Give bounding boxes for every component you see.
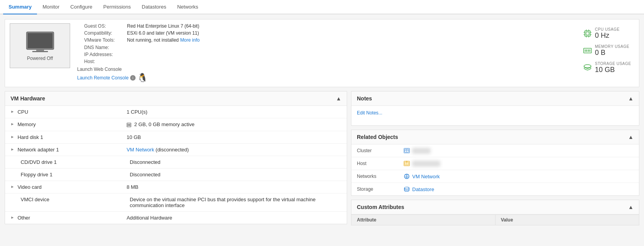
vm-hardware-card: VM Hardware ▲ ► CPU 1 CPU(s) ► Memory — [5, 91, 347, 224]
related-objects-title: Related Objects — [357, 134, 398, 140]
custom-attributes-title: Custom Attributes — [357, 204, 404, 210]
custom-attributes-collapse-icon[interactable]: ▲ — [628, 204, 633, 210]
vm-hardware-header: VM Hardware ▲ — [5, 91, 347, 106]
custom-attributes-card: Custom Attributes ▲ Attribute Value — [351, 200, 639, 225]
hw-row-network-adapter: ► Network adapter 1 VM Network (disconne… — [5, 144, 347, 156]
host-value-ro[interactable]: ! — [404, 160, 440, 167]
memory-usage-icon — [583, 46, 592, 55]
storage-label-ro: Storage — [357, 186, 404, 192]
memory-expand-icon[interactable]: ► — [11, 121, 14, 126]
svg-rect-20 — [127, 123, 131, 127]
ip-addresses-label: IP Addresses: — [84, 52, 127, 57]
tab-networks[interactable]: Networks — [172, 0, 204, 14]
svg-rect-4 — [585, 31, 590, 36]
tab-summary[interactable]: Summary — [3, 0, 37, 14]
other-value: Additional Hardware — [127, 215, 341, 221]
guest-os-label: Guest OS: — [84, 23, 127, 29]
related-objects-collapse-icon[interactable]: ▲ — [628, 134, 633, 140]
guest-os-value: Red Hat Enterprise Linux 7 (64-bit) — [127, 23, 199, 29]
storage-usage-item: STORAGE USAGE 10 GB — [583, 62, 631, 74]
notes-collapse-icon[interactable]: ▲ — [628, 95, 633, 102]
host-label-ro: Host — [357, 161, 404, 166]
vm-summary-panel: Powered Off Guest OS: Red Hat Enterprise… — [5, 19, 639, 87]
vm-network-link[interactable]: VM Network — [127, 147, 154, 153]
tab-bar: Summary Monitor Configure Permissions Da… — [0, 0, 644, 14]
info-icon[interactable]: i — [130, 75, 136, 81]
svg-rect-1 — [28, 33, 53, 48]
floppy-label: Floppy drive 1 — [21, 172, 130, 177]
tab-monitor[interactable]: Monitor — [37, 0, 65, 14]
harddisk-label: Hard disk 1 — [18, 134, 127, 140]
related-objects-body: Cluster — [351, 144, 639, 195]
network-adapter-expand-icon[interactable]: ► — [11, 147, 14, 151]
related-objects-header: Related Objects ▲ — [351, 130, 639, 144]
storage-usage-value: 10 GB — [595, 66, 631, 74]
tab-permissions[interactable]: Permissions — [98, 0, 136, 14]
vm-screen-icon — [25, 31, 56, 54]
videocard-expand-icon[interactable]: ► — [11, 184, 14, 189]
networks-name: VM Network — [412, 174, 440, 179]
svg-rect-2 — [36, 49, 44, 51]
harddisk-expand-icon[interactable]: ► — [11, 134, 14, 139]
value-col-header: Value — [496, 215, 639, 225]
edit-notes-link[interactable]: Edit Notes... — [357, 110, 382, 116]
custom-attributes-header: Custom Attributes ▲ — [351, 200, 639, 214]
custom-attributes-columns: Attribute Value — [351, 214, 639, 225]
svg-rect-21 — [128, 124, 129, 126]
tab-datastores[interactable]: Datastores — [136, 0, 172, 14]
vm-preview-thumbnail: Powered Off — [10, 23, 70, 68]
hw-row-videocard: ► Video card 8 MB — [5, 181, 347, 193]
hw-row-cpu: ► CPU 1 CPU(s) — [5, 106, 347, 118]
cpu-usage-label: CPU USAGE — [595, 27, 619, 32]
svg-rect-5 — [586, 32, 589, 35]
videocard-value: 8 MB — [127, 184, 341, 190]
other-label: Other — [18, 215, 127, 221]
launch-web-console-link[interactable]: Launch Web Console — [77, 67, 634, 72]
launch-remote-console-link[interactable]: Launch Remote Console — [77, 75, 129, 81]
related-storage-row: Storage Datastore — [351, 183, 639, 195]
related-host-row: Host ! — [351, 157, 639, 170]
cpu-usage-item: CPU USAGE 0 Hz — [583, 27, 631, 40]
vm-info-table: Guest OS: Red Hat Enterprise Linux 7 (64… — [84, 23, 634, 64]
cddvd-expand-placeholder — [11, 159, 18, 160]
cddvd-label: CD/DVD drive 1 — [21, 159, 130, 165]
svg-rect-16 — [586, 49, 587, 52]
svg-text:!: ! — [406, 160, 408, 165]
networks-value-ro[interactable]: VM Network — [404, 173, 440, 179]
cluster-name — [412, 148, 431, 154]
network-icon — [404, 173, 410, 179]
memory-label: Memory — [18, 121, 127, 127]
hw-row-memory: ► Memory 2 GB, 0 GB memory active — [5, 118, 347, 131]
svg-rect-15 — [585, 49, 586, 52]
compatibility-value: ESXi 6.0 and later (VM version 11) — [127, 30, 199, 36]
svg-rect-22 — [129, 124, 130, 126]
usage-stats-panel: CPU USAGE 0 Hz MEMORY USAGE 0 B — [583, 27, 631, 74]
memory-usage-item: MEMORY USAGE 0 B — [583, 44, 631, 57]
vmci-value: Device on the virtual machine PCI bus th… — [130, 197, 341, 208]
notes-title: Notes — [357, 95, 372, 102]
svg-rect-18 — [589, 49, 590, 52]
harddisk-value: 10 GB — [127, 134, 341, 140]
related-cluster-row: Cluster — [351, 144, 639, 157]
tab-configure[interactable]: Configure — [65, 0, 98, 14]
cpu-value: 1 CPU(s) — [127, 109, 341, 115]
other-expand-icon[interactable]: ► — [11, 215, 14, 220]
notes-header: Notes ▲ — [351, 91, 639, 106]
compatibility-label: Compatibility: — [84, 30, 127, 36]
launch-section: Launch Web Console Launch Remote Console… — [77, 67, 634, 83]
svg-point-32 — [404, 187, 409, 189]
related-objects-card: Related Objects ▲ Cluster — [351, 130, 639, 196]
vmware-tools-label: VMware Tools: — [84, 37, 127, 43]
network-adapter-value: VM Network (disconnected) — [127, 147, 341, 153]
vm-hardware-body: ► CPU 1 CPU(s) ► Memory — [5, 106, 347, 224]
cluster-value[interactable] — [404, 148, 431, 154]
storage-value-ro[interactable]: Datastore — [404, 186, 434, 192]
related-networks-row: Networks VM Network — [351, 170, 639, 183]
notes-body: Edit Notes... — [351, 106, 639, 125]
cpu-expand-icon[interactable]: ► — [11, 109, 14, 114]
hw-row-vmci: VMCI device Device on the virtual machin… — [5, 193, 347, 212]
vm-hardware-collapse-icon[interactable]: ▲ — [336, 95, 341, 102]
cpu-label: CPU — [18, 109, 127, 115]
vmci-label: VMCI device — [21, 197, 130, 202]
more-info-link[interactable]: More info — [180, 37, 199, 43]
